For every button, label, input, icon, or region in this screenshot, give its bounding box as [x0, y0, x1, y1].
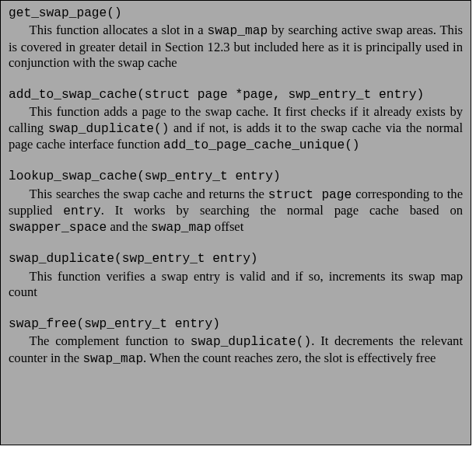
inline-code: swapper_space — [9, 221, 107, 235]
sig-swap-free: swap_free(swp_entry_t entry) — [9, 316, 463, 332]
desc-swap-duplicate: This function verifies a swap entry is v… — [9, 269, 463, 301]
desc-lookup-swap-cache: This searches the swap cache and returns… — [9, 187, 463, 236]
sig-add-to-swap-cache: add_to_swap_cache(struct page *page, swp… — [9, 87, 463, 103]
inline-code: swap_duplicate() — [48, 122, 169, 136]
inline-code: swap_map — [207, 24, 268, 38]
entry-add-to-swap-cache: add_to_swap_cache(struct page *page, swp… — [9, 87, 463, 153]
entry-swap-free: swap_free(swp_entry_t entry) The complem… — [9, 316, 463, 367]
entry-swap-duplicate: swap_duplicate(swp_entry_t entry) This f… — [9, 251, 463, 301]
desc-get-swap-page: This function allocates a slot in a swap… — [9, 23, 463, 72]
sig-get-swap-page: get_swap_page() — [9, 5, 463, 21]
entry-get-swap-page: get_swap_page() This function allocates … — [9, 5, 463, 72]
inline-code: swap_map — [151, 221, 212, 235]
inline-code: struct page — [268, 188, 352, 202]
desc-add-to-swap-cache: This function adds a page to the swap ca… — [9, 104, 463, 153]
sig-swap-duplicate: swap_duplicate(swp_entry_t entry) — [9, 251, 463, 267]
desc-swap-free: The complement function to swap_duplicat… — [9, 333, 463, 367]
api-doc-box: get_swap_page() This function allocates … — [0, 0, 471, 445]
inline-code: swap_duplicate() — [191, 335, 311, 349]
inline-code: entry — [63, 204, 101, 218]
entry-lookup-swap-cache: lookup_swap_cache(swp_entry_t entry) Thi… — [9, 169, 463, 235]
inline-code: swap_map — [82, 352, 143, 366]
inline-code: add_to_page_cache_unique() — [163, 138, 360, 152]
sig-lookup-swap-cache: lookup_swap_cache(swp_entry_t entry) — [9, 169, 463, 184]
